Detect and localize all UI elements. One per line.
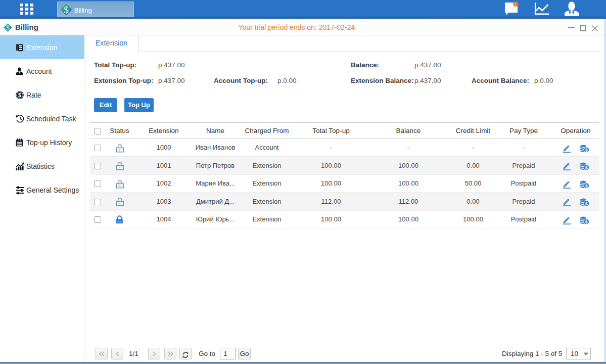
- svg-text:$: $: [18, 92, 21, 98]
- svg-text:$: $: [64, 5, 69, 15]
- svg-text:$: $: [585, 147, 588, 152]
- svg-text:$: $: [585, 201, 588, 206]
- svg-text:$: $: [585, 219, 588, 224]
- svg-text:!: !: [515, 2, 517, 7]
- svg-text:$: $: [585, 183, 588, 188]
- svg-text:$: $: [585, 165, 588, 170]
